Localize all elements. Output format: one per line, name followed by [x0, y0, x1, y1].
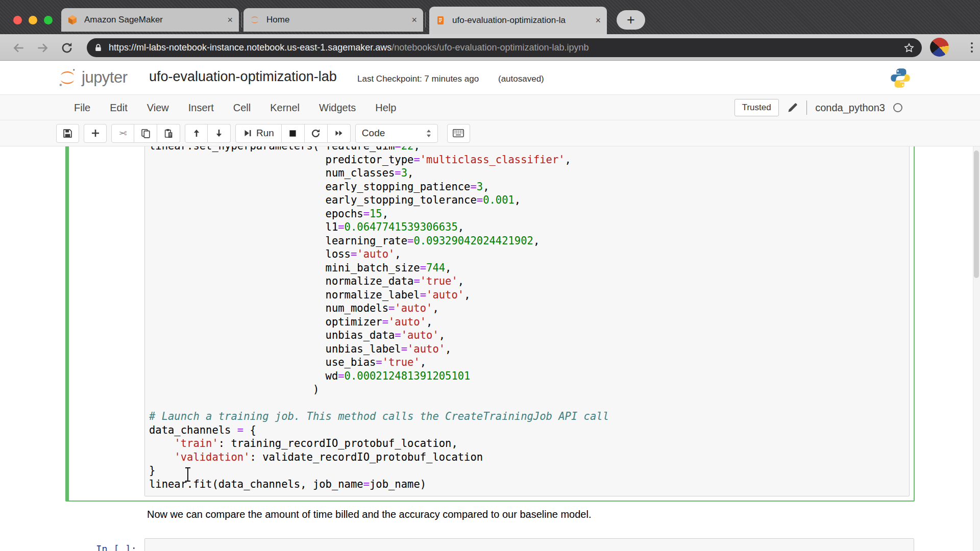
menu-insert[interactable]: Insert [179, 102, 224, 114]
menu-kernel[interactable]: Kernel [260, 102, 309, 114]
fast-forward-icon [334, 129, 344, 138]
autosave-status: (autosaved) [498, 74, 544, 84]
back-button[interactable] [12, 41, 26, 55]
menu-view[interactable]: View [137, 102, 179, 114]
browser-profile-avatar[interactable] [930, 38, 949, 57]
browser-tab-sagemaker[interactable]: Amazon SageMaker × [61, 8, 239, 32]
url-path: /notebooks/ufo-evaluation-optimization-l… [391, 42, 589, 53]
restart-run-all-button[interactable] [328, 124, 351, 143]
browser-tab-home[interactable]: Home × [243, 8, 423, 32]
tab-close-icon[interactable]: × [411, 15, 417, 24]
empty-cell-prompt: In [ ]: [65, 543, 137, 551]
tab-title: ufo-evaluation-optimization-la [452, 15, 590, 26]
cut-cell-button[interactable]: ✂ [111, 124, 134, 143]
arrow-down-icon [214, 129, 224, 138]
run-label: Run [256, 128, 274, 139]
scrollbar-thumb[interactable] [974, 151, 979, 278]
url-host: https://ml-labs-notebook-instance.notebo… [109, 42, 391, 53]
cell-type-select[interactable]: Code [355, 124, 438, 143]
window-minimize-button[interactable] [29, 16, 37, 24]
scrollbar-track[interactable] [973, 146, 980, 551]
tab-close-icon[interactable]: × [227, 15, 233, 24]
plus-icon [91, 129, 100, 138]
tab-separator [425, 12, 426, 28]
browser-toolbar: https://ml-labs-notebook-instance.notebo… [0, 34, 980, 61]
window-controls [13, 16, 53, 24]
address-bar[interactable]: https://ml-labs-notebook-instance.notebo… [87, 38, 922, 57]
jupyter-header: jupyter ufo-evaluation-optimization-lab … [0, 61, 980, 95]
cell-prompt-column [73, 146, 144, 496]
kernel-name: conda_python3 [815, 102, 885, 114]
menu-cell[interactable]: Cell [224, 102, 260, 114]
arrow-up-icon [192, 129, 201, 138]
notebook-menubar: File Edit View Insert Cell Kernel Widget… [0, 95, 980, 120]
kernel-idle-indicator-icon [893, 103, 902, 112]
copy-cell-button[interactable] [134, 124, 157, 143]
selected-code-cell[interactable]: linear.set_hyperparameters( feature_dim=… [65, 146, 915, 502]
plus-icon: + [627, 12, 635, 28]
copy-icon [141, 129, 151, 138]
floppy-save-icon [63, 129, 72, 138]
empty-code-cell[interactable] [144, 538, 914, 551]
sagemaker-favicon-icon [67, 15, 78, 25]
interrupt-kernel-button[interactable] [282, 124, 305, 143]
keyboard-icon [453, 129, 464, 137]
notebook-favicon-icon [435, 15, 446, 26]
command-palette-button[interactable] [447, 124, 470, 143]
move-cell-up-button[interactable] [185, 124, 208, 143]
tab-separator [241, 12, 242, 28]
jupyter-logo-text: jupyter [82, 68, 128, 87]
notebook-toolbar: ✂ Run [0, 120, 980, 146]
clipboard-paste-icon [164, 129, 174, 138]
url-text: https://ml-labs-notebook-instance.notebo… [109, 42, 903, 53]
new-tab-button[interactable]: + [617, 10, 645, 30]
python-logo-icon [889, 67, 912, 89]
window-zoom-button[interactable] [44, 16, 53, 24]
tab-title: Amazon SageMaker [84, 15, 222, 25]
code-input-area[interactable]: linear.set_hyperparameters( feature_dim=… [144, 146, 910, 496]
window-close-button[interactable] [13, 16, 22, 24]
menu-edit[interactable]: Edit [100, 102, 137, 114]
text-ibeam-cursor [185, 467, 191, 483]
tab-close-icon[interactable]: × [595, 16, 601, 25]
reload-button[interactable] [60, 41, 74, 55]
trusted-button[interactable]: Trusted [734, 99, 779, 116]
checkpoint-status: Last Checkpoint: 7 minutes ago [357, 74, 479, 84]
bookmark-star-icon[interactable] [903, 42, 915, 54]
select-stepper-icon [426, 129, 431, 138]
browser-menu-icon[interactable] [970, 40, 973, 55]
markdown-cell[interactable]: Now we can compare the amount of time bi… [147, 509, 862, 520]
notebook-content: linear.set_hyperparameters( feature_dim=… [0, 146, 980, 551]
divider [806, 101, 807, 115]
refresh-icon [311, 129, 321, 138]
browser-tab-notebook-active[interactable]: ufo-evaluation-optimization-la × [429, 7, 607, 34]
run-cell-button[interactable]: Run [235, 124, 282, 143]
edit-pencil-icon[interactable] [787, 102, 798, 113]
jupyter-logo-icon [57, 67, 78, 88]
browser-tab-strip: Amazon SageMaker × Home × ufo-evaluation… [0, 0, 980, 34]
save-button[interactable] [56, 124, 79, 143]
jupyter-logo[interactable]: jupyter [57, 67, 128, 88]
menu-help[interactable]: Help [365, 102, 406, 114]
move-cell-down-button[interactable] [208, 124, 231, 143]
notebook-title[interactable]: ufo-evaluation-optimization-lab [149, 69, 337, 85]
paste-cell-button[interactable] [157, 124, 180, 143]
code-editor[interactable]: linear.set_hyperparameters( feature_dim=… [149, 146, 905, 491]
forward-button[interactable] [36, 41, 49, 55]
scissors-cut-icon: ✂ [119, 128, 127, 139]
stop-square-icon [288, 129, 297, 138]
menu-file[interactable]: File [64, 102, 100, 114]
menu-widgets[interactable]: Widgets [309, 102, 365, 114]
restart-kernel-button[interactable] [305, 124, 328, 143]
step-forward-run-icon [243, 129, 252, 138]
lock-icon [94, 43, 103, 52]
add-cell-button[interactable] [84, 124, 107, 143]
menu-items: File Edit View Insert Cell Kernel Widget… [64, 95, 406, 120]
tab-title: Home [266, 15, 406, 25]
cell-type-value: Code [362, 128, 426, 139]
jupyter-home-favicon-icon [250, 15, 260, 25]
